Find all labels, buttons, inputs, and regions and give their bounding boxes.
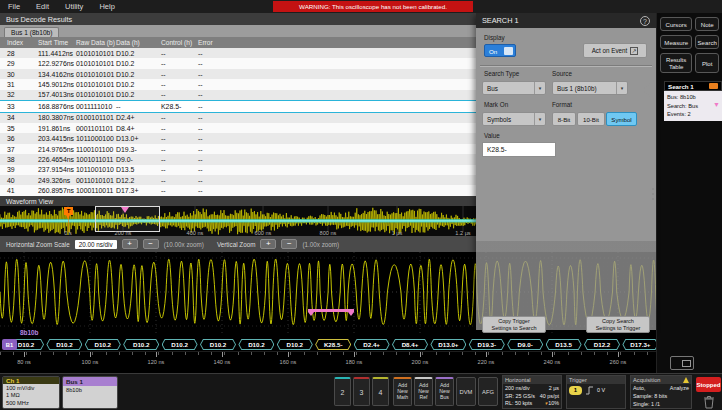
source-dropdown[interactable]: Bus 1 (8b10b) ▾ [552, 81, 628, 95]
format-10-bit-button[interactable]: 10-Bit [577, 112, 605, 126]
act-on-event-button[interactable]: Act on Event ↗ [583, 43, 647, 58]
menu-item-edit[interactable]: Edit [36, 2, 49, 11]
cell: 1001011011 [76, 156, 116, 163]
search-marker-pink-icon: ▼ [713, 101, 720, 108]
bus-decode-symbol: D10.2 [85, 339, 121, 350]
format-8-bit-button[interactable]: 8-Bit [552, 112, 576, 126]
add-new-cursors-button[interactable]: Cursors [660, 17, 692, 31]
channel-2-button[interactable]: 2 [334, 377, 351, 406]
symbol-text: D10.2 [238, 339, 274, 350]
axis-tick [222, 352, 223, 357]
menu-item-utility[interactable]: Utility [65, 2, 83, 11]
cell: 0101010101 [76, 60, 116, 67]
vzoom-minus-button[interactable]: − [281, 239, 297, 249]
cell: -- [161, 166, 198, 173]
ch1-badge[interactable]: Ch 1 100 mV/div1 MΩ500 MHz [2, 376, 60, 409]
cell: -- [161, 114, 198, 121]
add-new-plot-button[interactable]: Plot [695, 53, 719, 73]
display-on-toggle[interactable]: On [484, 44, 516, 57]
dvm-button[interactable]: DVM [456, 377, 476, 406]
axis-time-label: 120 ns [148, 359, 165, 365]
run-stop-button[interactable]: Stopped [696, 377, 721, 392]
hzoom-scale-value[interactable]: 20.00 ns/div [75, 240, 117, 249]
h-left: 200 ns/div [505, 385, 530, 391]
add-new-results-table-button[interactable]: Results Table [660, 53, 692, 73]
chevron-down-icon: ▾ [534, 82, 545, 94]
a-left: Single: 1 /1 [633, 401, 660, 407]
trigger-marker-icon[interactable]: T [64, 207, 73, 215]
add-new-ref-button[interactable]: AddNewRef [414, 377, 433, 406]
copy-search-settings-button[interactable]: Copy Search Settings to Trigger [586, 316, 650, 333]
trigger-settings-panel[interactable]: Trigger 1 0 V [566, 375, 626, 409]
mark-on-dropdown[interactable]: Symbols ▾ [482, 112, 546, 126]
menu-item-file[interactable]: File [8, 2, 20, 11]
acquisition-settings-panel[interactable]: Acquisition Auto,AnalyzeSample: 8 bitsSi… [630, 375, 692, 409]
search-value-input[interactable]: K28.5- [482, 142, 556, 157]
calibration-warning-banner: WARNING: This oscilloscope has not been … [273, 1, 473, 12]
panel-resize-grip[interactable] [650, 184, 655, 204]
search1-badge-header[interactable]: Search 1 [664, 81, 722, 91]
bus-decode-symbol: D9.0- [507, 339, 543, 350]
add-new-note-button[interactable]: Note [695, 17, 719, 31]
cell: 41 [0, 187, 38, 194]
help-icon[interactable]: ? [640, 16, 650, 26]
search-type-label: Search Type [484, 70, 519, 77]
cell: K28.5- [161, 103, 198, 110]
axis-time-label: 160 ns [280, 359, 297, 365]
channel-3-button[interactable]: 3 [353, 377, 370, 406]
hzoom-factor: (10.00x zoom) [164, 241, 204, 248]
display-label: Display [484, 34, 505, 41]
search1-badge[interactable]: Search 1 ▼ Bus: 8b10bSearch: BusEvents: … [664, 81, 722, 121]
a-left: Auto, [633, 385, 646, 391]
value-label: Value [484, 132, 500, 139]
menu-item-help[interactable]: Help [99, 2, 114, 11]
hzoom-plus-button[interactable]: + [122, 239, 138, 249]
axis-tick [288, 352, 289, 357]
bus1-badge[interactable]: Bus 1 8b10b [62, 376, 118, 409]
cell: 134.4162ns [38, 71, 76, 78]
add-new-search-button[interactable]: Search [695, 35, 719, 49]
sidebar-button-row: MeasureSearch [657, 35, 722, 49]
axis-tick [156, 352, 157, 357]
cell: 168.8876ns [38, 103, 76, 110]
tab-bus1-8b10b[interactable]: Bus 1 (8b10b) [4, 27, 59, 37]
chevron-down-icon: ▾ [534, 113, 545, 125]
cell: 32 [0, 91, 38, 98]
hzoom-minus-button[interactable]: − [143, 239, 159, 249]
bus1-type: 8b10b [66, 387, 82, 393]
horizontal-settings-panel[interactable]: Horizontal 200 ns/div2 µsSR: 25 GS/s40 p… [502, 375, 562, 409]
add-new-math-button[interactable]: AddNewMath [393, 377, 412, 406]
cell: D10.2 [116, 91, 161, 98]
cell: 1011000100 [76, 135, 116, 142]
bus1-track-badge[interactable]: B1 [2, 339, 17, 350]
a-right: Analyze [670, 385, 689, 391]
horizontal-values: 200 ns/div2 µsSR: 25 GS/s40 ps/ptRL: 50 … [503, 384, 561, 408]
acquisition-row: Single: 1 /1 [633, 401, 689, 407]
symbol-text: D13.5 [546, 339, 582, 350]
cell: D2.4+ [116, 114, 161, 121]
draw-box-icon[interactable] [670, 356, 694, 370]
cell: 157.4013ns [38, 91, 76, 98]
channel-4-button[interactable]: 4 [372, 377, 389, 406]
overview-time-label: 600 ns [255, 230, 272, 236]
trash-icon[interactable] [701, 395, 717, 409]
search1-badge-body[interactable]: ▼ Bus: 8b10bSearch: BusEvents: 2 [664, 91, 722, 121]
cell: 226.4654ns [38, 156, 76, 163]
add-new-measure-button[interactable]: Measure [660, 35, 692, 49]
afg-button[interactable]: AFG [478, 377, 498, 406]
format-symbol-button[interactable]: Symbol [606, 112, 637, 126]
cell: 180.3807ns [38, 114, 76, 121]
column-header: Start Time [38, 39, 76, 46]
search-type-dropdown[interactable]: Bus ▾ [482, 81, 546, 95]
sidebar-button-row: Results TablePlot [657, 53, 722, 73]
axis-tick [90, 352, 91, 357]
copy-trigger-settings-button[interactable]: Copy Trigger Settings to Search [482, 316, 546, 333]
toggle-on-label: On [489, 48, 497, 55]
trigger-values: 1 0 V [567, 384, 625, 408]
acquisition-row: Sample: 8 bits [633, 393, 689, 399]
search-marker-icon[interactable] [121, 207, 129, 213]
search-panel-titlebar[interactable]: SEARCH 1 ? [476, 13, 656, 28]
vzoom-plus-button[interactable]: + [260, 239, 276, 249]
bus-decode-symbol: D12.2 [584, 339, 620, 350]
add-new-bus-button[interactable]: AddNewBus [435, 377, 454, 406]
